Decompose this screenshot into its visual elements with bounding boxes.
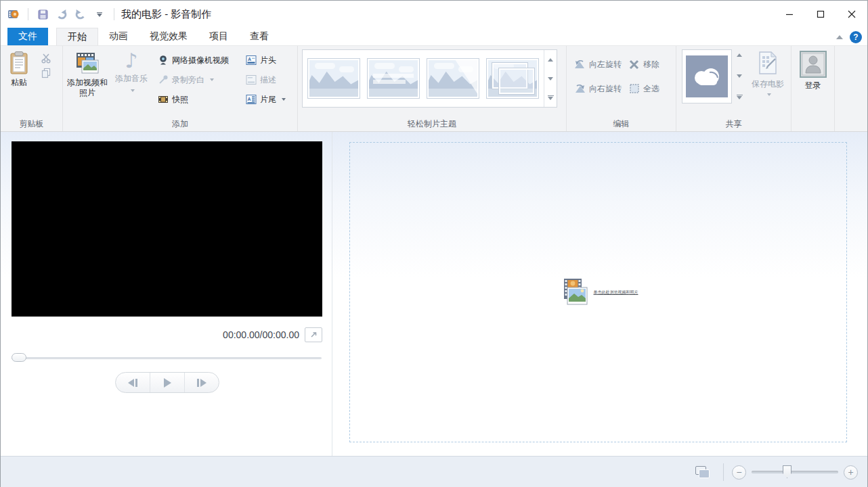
- add-videos-photos-button[interactable]: 添加视频和照片: [64, 48, 110, 113]
- share-gallery-scrollbar: [733, 49, 745, 103]
- copy-icon[interactable]: [41, 67, 52, 78]
- save-movie-dropdown-icon: [767, 93, 771, 96]
- redo-icon[interactable]: [73, 7, 88, 22]
- playback-time: 00:00.00/00:00.00: [223, 329, 299, 340]
- group-label-add: 添加: [64, 117, 296, 131]
- divider: [723, 463, 724, 481]
- ribbon-group-share: 保存电影 共享: [676, 46, 791, 131]
- previous-frame-button[interactable]: [116, 373, 150, 392]
- share-scroll-down-icon[interactable]: [737, 74, 742, 78]
- theme-thumbnail-fade[interactable]: [486, 58, 539, 99]
- storyboard-dropzone[interactable]: 单击此处浏览视频和照片: [349, 142, 847, 442]
- add-music-button[interactable]: ♪ 添加音乐: [110, 48, 152, 113]
- help-icon[interactable]: ?: [850, 31, 862, 43]
- rotate-left-icon: [574, 59, 586, 70]
- quick-access-toolbar: [1, 7, 117, 22]
- caption-icon: [245, 74, 257, 86]
- record-narration-dropdown-icon: [210, 78, 214, 81]
- ribbon-group-clipboard: 粘贴: [1, 46, 63, 131]
- group-label-share: 共享: [678, 117, 789, 131]
- tab-home[interactable]: 开始: [56, 28, 98, 45]
- tab-project[interactable]: 项目: [198, 28, 239, 45]
- zoom-slider-thumb[interactable]: [783, 465, 791, 478]
- seek-thumb[interactable]: [12, 353, 26, 362]
- paste-button[interactable]: 粘贴: [2, 48, 36, 113]
- webcam-icon: [157, 55, 169, 66]
- group-label-clipboard: 剪贴板: [2, 117, 61, 131]
- zoom-slider[interactable]: [752, 465, 838, 480]
- themes-expand-gallery-icon[interactable]: [544, 88, 557, 107]
- sign-in-button[interactable]: 登录: [794, 48, 832, 113]
- record-narration-button[interactable]: 录制旁白: [155, 72, 243, 88]
- video-preview[interactable]: [12, 141, 322, 317]
- themes-scroll-up-icon[interactable]: [544, 50, 557, 69]
- save-movie-button[interactable]: 保存电影: [747, 48, 789, 113]
- tab-file[interactable]: 文件: [7, 28, 48, 45]
- webcam-video-label: 网络摄像机视频: [172, 55, 229, 66]
- title-icon: A: [245, 55, 257, 66]
- title-label: 片头: [260, 55, 276, 66]
- clip-placeholder-icon: [559, 277, 588, 307]
- select-all-button[interactable]: 全选: [626, 80, 661, 97]
- rotate-right-button[interactable]: 向右旋转: [572, 80, 624, 97]
- zoom-in-button[interactable]: +: [844, 465, 858, 480]
- ribbon-group-add: 添加视频和照片 ♪ 添加音乐: [63, 46, 298, 131]
- tab-view[interactable]: 查看: [239, 28, 280, 45]
- title-button[interactable]: A 片头: [243, 52, 293, 68]
- snapshot-button[interactable]: 快照: [155, 91, 243, 108]
- save-icon[interactable]: [35, 7, 50, 22]
- ribbon-group-automovie-themes: 轻松制片主题: [298, 46, 567, 131]
- webcam-video-button[interactable]: 网络摄像机视频: [155, 52, 243, 68]
- snapshot-icon: [157, 94, 169, 106]
- add-videos-photos-icon: [75, 51, 100, 75]
- maximize-button[interactable]: [805, 1, 836, 28]
- tab-visual-effects[interactable]: 视觉效果: [139, 28, 198, 45]
- storyboard-pane: 单击此处浏览视频和照片: [332, 132, 867, 456]
- minimize-button[interactable]: [774, 1, 805, 28]
- minimize-ribbon-icon[interactable]: [836, 35, 843, 39]
- zoom-slider-track[interactable]: [752, 471, 838, 473]
- remove-icon: [628, 59, 640, 70]
- paste-label: 粘贴: [11, 78, 27, 88]
- credits-button[interactable]: A 片尾: [243, 91, 293, 108]
- add-music-label: 添加音乐: [115, 74, 148, 84]
- caption-button[interactable]: 描述: [243, 72, 293, 88]
- rotate-left-button[interactable]: 向左旋转: [572, 56, 624, 72]
- svg-text:A: A: [248, 57, 251, 62]
- close-button[interactable]: [836, 1, 867, 28]
- add-videos-photos-label: 添加视频和照片: [64, 78, 110, 98]
- rotate-left-label: 向左旋转: [589, 59, 622, 70]
- undo-icon[interactable]: [54, 7, 69, 22]
- next-frame-button[interactable]: [184, 373, 219, 392]
- group-label-edit: 编辑: [568, 117, 674, 131]
- themes-scroll-down-icon[interactable]: [544, 69, 557, 88]
- ribbon-tab-row: 文件 开始 动画 视觉效果 项目 查看 ?: [1, 28, 867, 46]
- fullscreen-button[interactable]: [305, 327, 322, 342]
- status-bar: − +: [1, 456, 867, 487]
- seek-bar[interactable]: [12, 352, 322, 363]
- window-controls: [774, 1, 867, 28]
- theme-thumbnail-cinematic[interactable]: [427, 58, 479, 99]
- play-button[interactable]: [150, 373, 184, 392]
- themes-gallery: [302, 49, 557, 108]
- sign-in-person-icon: [800, 51, 827, 78]
- storyboard-hint[interactable]: 单击此处浏览视频和照片: [594, 289, 638, 296]
- window-title: 我的电影 - 影音制作: [121, 8, 211, 21]
- theme-thumbnail-default[interactable]: [307, 58, 360, 99]
- rotate-right-icon: [574, 83, 586, 95]
- seek-track[interactable]: [12, 357, 322, 359]
- thumbnail-size-button[interactable]: [692, 463, 712, 481]
- share-onedrive-tile[interactable]: [682, 49, 732, 103]
- customize-quick-access-icon[interactable]: [92, 7, 107, 22]
- cut-icon[interactable]: [41, 52, 52, 64]
- movie-maker-window: 我的电影 - 影音制作 文件 开始 动画 视觉效果 项目 查看 ?: [0, 0, 868, 487]
- workspace: 00:00.00/00:00.00: [1, 132, 867, 456]
- theme-thumbnail-contemporary[interactable]: [367, 58, 420, 99]
- share-expand-gallery-icon[interactable]: [737, 95, 743, 99]
- share-scroll-up-icon[interactable]: [737, 53, 742, 57]
- remove-button[interactable]: 移除: [626, 56, 661, 72]
- zoom-out-button[interactable]: −: [732, 465, 746, 480]
- select-all-icon: [628, 83, 640, 95]
- tab-animations[interactable]: 动画: [98, 28, 139, 45]
- app-icon[interactable]: [6, 7, 21, 22]
